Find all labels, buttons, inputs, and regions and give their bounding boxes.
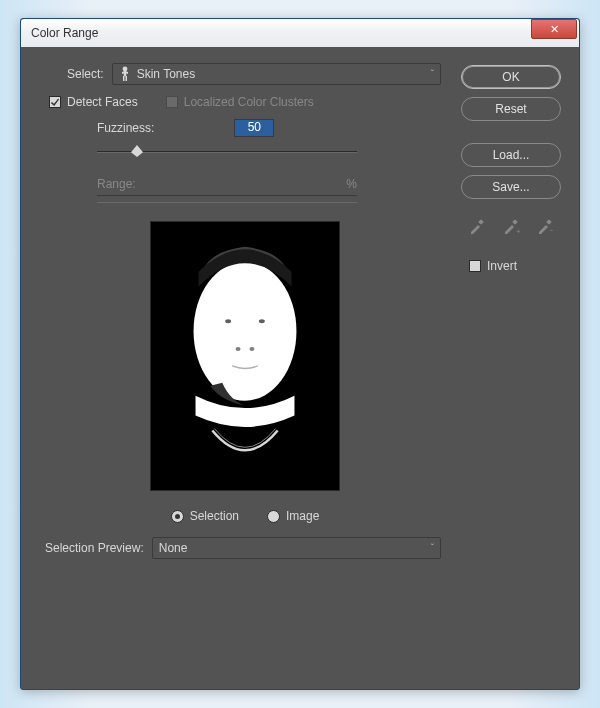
color-range-dialog: Color Range ✕ Select: Skin Tones ˇ Detec… xyxy=(20,18,580,690)
range-slider xyxy=(97,195,357,203)
invert-checkbox[interactable] xyxy=(469,260,481,272)
svg-rect-13 xyxy=(546,219,552,225)
svg-rect-10 xyxy=(478,219,484,225)
load-button[interactable]: Load... xyxy=(461,143,561,167)
invert-row: Invert xyxy=(469,259,561,273)
radio-selection-dot xyxy=(171,510,184,523)
window-title: Color Range xyxy=(31,26,98,40)
fuzziness-label: Fuzziness: xyxy=(97,121,154,135)
dialog-body: Select: Skin Tones ˇ Detect Faces Locali… xyxy=(21,47,579,571)
reset-button[interactable]: Reset xyxy=(461,97,561,121)
selection-preview-dropdown[interactable]: None ˇ xyxy=(152,537,441,559)
close-icon: ✕ xyxy=(550,24,559,35)
select-label: Select: xyxy=(67,67,104,81)
eyedropper-icon xyxy=(464,215,490,237)
titlebar: Color Range ✕ xyxy=(21,19,579,47)
svg-point-5 xyxy=(194,262,297,401)
fuzziness-input[interactable]: 50 xyxy=(234,119,274,137)
right-column: OK Reset Load... Save... + - Invert xyxy=(461,63,561,559)
detect-faces-checkbox[interactable] xyxy=(49,96,61,108)
eyedropper-sub-icon: - xyxy=(532,215,558,237)
selection-preview-value: None xyxy=(159,541,188,555)
save-button[interactable]: Save... xyxy=(461,175,561,199)
detect-faces-label: Detect Faces xyxy=(67,95,138,109)
chevron-down-icon: ˇ xyxy=(431,69,434,80)
slider-thumb[interactable] xyxy=(131,145,143,157)
radio-selection[interactable]: Selection xyxy=(171,509,239,523)
chevron-down-icon: ˇ xyxy=(431,543,434,554)
radio-selection-label: Selection xyxy=(190,509,239,523)
range-row: Range: % xyxy=(97,177,357,191)
fuzziness-row: Fuzziness: 50 xyxy=(97,119,441,137)
select-dropdown[interactable]: Skin Tones ˇ xyxy=(112,63,441,85)
selection-preview-row: Selection Preview: None ˇ xyxy=(45,537,441,559)
svg-rect-2 xyxy=(123,76,125,81)
svg-rect-3 xyxy=(125,76,127,81)
localized-clusters-label: Localized Color Clusters xyxy=(184,95,314,109)
range-label: Range: xyxy=(97,177,136,191)
range-unit: % xyxy=(346,177,357,191)
invert-label: Invert xyxy=(487,259,517,273)
fuzziness-slider[interactable] xyxy=(97,143,357,163)
svg-point-7 xyxy=(259,319,265,323)
radio-image-label: Image xyxy=(286,509,319,523)
person-icon xyxy=(119,66,131,82)
checkbox-row: Detect Faces Localized Color Clusters xyxy=(49,95,441,109)
select-value: Skin Tones xyxy=(137,67,195,81)
radio-image[interactable]: Image xyxy=(267,509,319,523)
ok-button[interactable]: OK xyxy=(461,65,561,89)
left-column: Select: Skin Tones ˇ Detect Faces Locali… xyxy=(49,63,441,559)
svg-rect-11 xyxy=(512,219,518,225)
svg-point-8 xyxy=(236,347,241,351)
svg-text:+: + xyxy=(516,227,521,236)
eyedropper-row: + - xyxy=(461,215,561,237)
svg-point-9 xyxy=(249,347,254,351)
localized-clusters-checkbox xyxy=(166,96,178,108)
preview-mode-row: Selection Image xyxy=(49,509,441,523)
radio-image-dot xyxy=(267,510,280,523)
select-row: Select: Skin Tones ˇ xyxy=(67,63,441,85)
selection-preview-thumbnail xyxy=(150,221,340,491)
selection-preview-label: Selection Preview: xyxy=(45,541,144,555)
svg-text:-: - xyxy=(550,225,553,235)
close-button[interactable]: ✕ xyxy=(531,19,577,39)
eyedropper-add-icon: + xyxy=(498,215,524,237)
svg-point-0 xyxy=(122,67,127,72)
svg-point-6 xyxy=(225,319,231,323)
